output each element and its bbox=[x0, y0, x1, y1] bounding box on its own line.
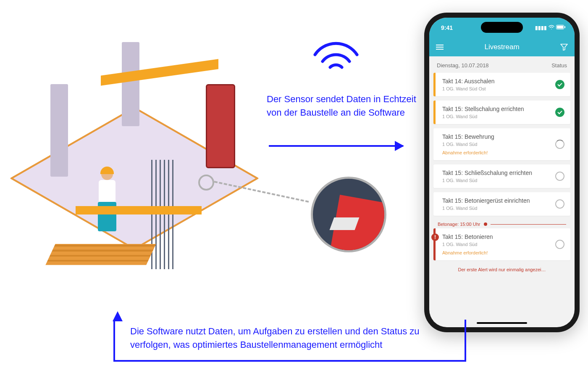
status-time: 9:41 bbox=[441, 24, 453, 31]
construction-site-illustration bbox=[17, 21, 252, 307]
task-title: Takt 15: Schließschalung errichten bbox=[442, 169, 550, 176]
task-subtitle: 1 OG. Wand Süd bbox=[442, 142, 550, 147]
dynamic-island bbox=[481, 22, 523, 33]
task-subtitle: 1 OG. Wand Süd bbox=[442, 114, 550, 119]
task-card[interactable]: Takt 15: Schließschalung errichten1 OG. … bbox=[433, 164, 570, 188]
status-done-icon bbox=[555, 108, 564, 117]
svg-rect-1 bbox=[557, 26, 563, 29]
phone-mockup: 9:41 ▮▮▮▮ Livestream Dienstag, 10.07.201… bbox=[424, 13, 580, 332]
task-note: Abnahme erforderlich! bbox=[442, 150, 550, 155]
task-card[interactable]: Takt 14: Ausschalen1 OG. Wand Süd Ost bbox=[433, 73, 570, 96]
task-subtitle: 1 OG. Wand Süd bbox=[442, 242, 550, 247]
annotation-sensor-sends: Der Sensor sendet Daten in Echtzeit von … bbox=[267, 93, 418, 119]
divider-label: Betonage: 15:00 Uhr bbox=[438, 222, 480, 227]
task-list: Takt 14: Ausschalen1 OG. Wand Süd OstTak… bbox=[429, 73, 575, 272]
status-pending-icon bbox=[555, 172, 564, 181]
task-subtitle: 1 OG. Wand Süd bbox=[442, 178, 550, 183]
menu-icon[interactable] bbox=[436, 43, 444, 51]
alert-badge-icon: ! bbox=[431, 233, 439, 241]
task-title: Takt 15: Betonieren bbox=[442, 233, 550, 240]
app-title: Livestream bbox=[444, 43, 560, 51]
date-row: Dienstag, 10.07.2018 Status bbox=[429, 56, 575, 73]
task-title: Takt 14: Ausschalen bbox=[442, 78, 550, 85]
wifi-status-icon bbox=[549, 25, 554, 31]
task-title: Takt 15: Bewehrung bbox=[442, 133, 550, 140]
task-card[interactable]: Takt 15: Betoniergerüst einrichten1 OG. … bbox=[433, 192, 570, 216]
task-title: Takt 15: Stellschalung errichten bbox=[442, 106, 550, 112]
status-column-label: Status bbox=[551, 62, 567, 69]
arrow-right-icon bbox=[269, 145, 403, 147]
svg-rect-2 bbox=[564, 26, 565, 28]
truncated-hint: Der erste Alert wird nur einmalig angeze… bbox=[433, 265, 570, 272]
status-signal-icons: ▮▮▮▮ bbox=[535, 25, 565, 31]
status-done-icon bbox=[555, 80, 564, 89]
status-pending-icon bbox=[555, 199, 564, 209]
status-pending-icon bbox=[555, 240, 564, 249]
status-loading-icon bbox=[555, 140, 564, 149]
annotation-software-uses: Die Software nutzt Daten, um Aufgaben zu… bbox=[130, 325, 458, 352]
app-header: Livestream bbox=[429, 38, 575, 56]
task-note: Abnahme erforderlich! bbox=[442, 250, 550, 255]
battery-icon bbox=[556, 25, 565, 31]
callout-ring-icon bbox=[198, 175, 214, 191]
task-title: Takt 15: Betoniergerüst einrichten bbox=[442, 197, 550, 204]
task-subtitle: 1 OG. Wand Süd bbox=[442, 206, 550, 211]
time-divider: Betonage: 15:00 Uhr bbox=[433, 220, 570, 228]
filter-icon[interactable] bbox=[560, 44, 568, 50]
task-card[interactable]: Takt 15: Stellschalung errichten1 OG. Wa… bbox=[433, 101, 570, 124]
sensor-detail-illustration bbox=[311, 177, 386, 252]
date-label: Dienstag, 10.07.2018 bbox=[437, 62, 489, 69]
task-card[interactable]: Takt 15: Bewehrung1 OG. Wand SüdAbnahme … bbox=[433, 128, 570, 160]
wifi-icon bbox=[311, 38, 361, 76]
cellular-icon: ▮▮▮▮ bbox=[535, 25, 547, 31]
task-card[interactable]: !Takt 15: Betonieren1 OG. Wand SüdAbnahm… bbox=[433, 228, 570, 260]
home-indicator bbox=[477, 322, 527, 324]
task-subtitle: 1 OG. Wand Süd Ost bbox=[442, 86, 550, 91]
